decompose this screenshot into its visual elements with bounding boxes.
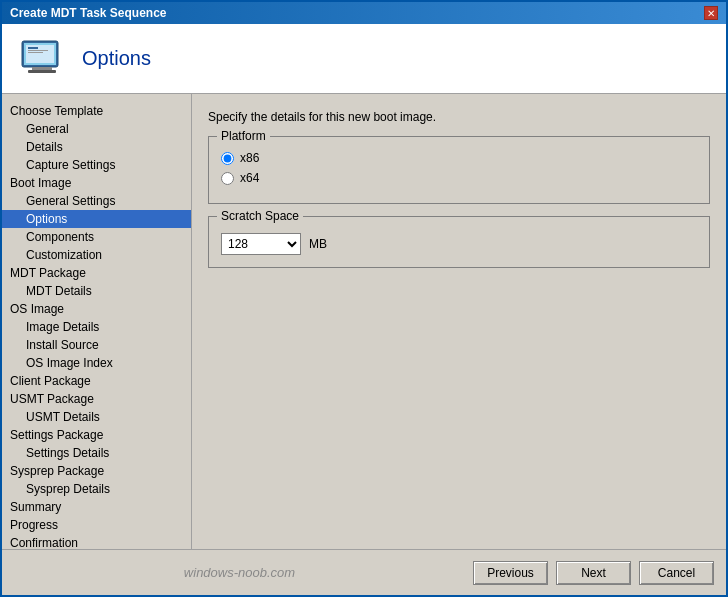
sidebar-item-client-package[interactable]: Client Package xyxy=(2,372,191,390)
scratch-legend: Scratch Space xyxy=(217,209,303,223)
cancel-button[interactable]: Cancel xyxy=(639,561,714,585)
sidebar-item-boot-image[interactable]: Boot Image xyxy=(2,174,191,192)
svg-rect-3 xyxy=(28,70,56,73)
scratch-row: 32 64 128 256 MB xyxy=(221,233,697,255)
page-title: Options xyxy=(82,47,151,70)
sidebar-item-choose-template[interactable]: Choose Template xyxy=(2,102,191,120)
sidebar-item-options[interactable]: Options xyxy=(2,210,191,228)
header: Options xyxy=(2,24,726,94)
platform-group: Platform x86 x64 xyxy=(208,136,710,204)
watermark: windows-noob.com xyxy=(14,565,465,580)
sidebar-item-os-image[interactable]: OS Image xyxy=(2,300,191,318)
window-title: Create MDT Task Sequence xyxy=(10,6,167,20)
sidebar-item-sysprep-details[interactable]: Sysprep Details xyxy=(2,480,191,498)
platform-x64-label: x64 xyxy=(240,171,259,185)
svg-rect-6 xyxy=(28,50,48,51)
sidebar-item-mdt-details[interactable]: MDT Details xyxy=(2,282,191,300)
sidebar-item-image-details[interactable]: Image Details xyxy=(2,318,191,336)
close-button[interactable]: ✕ xyxy=(704,6,718,20)
sidebar-item-settings-package[interactable]: Settings Package xyxy=(2,426,191,444)
header-icon xyxy=(18,35,66,83)
sidebar-item-os-image-index[interactable]: OS Image Index xyxy=(2,354,191,372)
svg-rect-7 xyxy=(28,52,43,53)
sidebar: Choose TemplateGeneralDetailsCapture Set… xyxy=(2,94,192,549)
sidebar-item-usmt-details[interactable]: USMT Details xyxy=(2,408,191,426)
content-area: Choose TemplateGeneralDetailsCapture Set… xyxy=(2,94,726,549)
next-button[interactable]: Next xyxy=(556,561,631,585)
sidebar-item-sysprep-package[interactable]: Sysprep Package xyxy=(2,462,191,480)
main-description: Specify the details for this new boot im… xyxy=(208,110,710,124)
sidebar-item-summary[interactable]: Summary xyxy=(2,498,191,516)
main-window: Create MDT Task Sequence ✕ Options Choos… xyxy=(0,0,728,597)
platform-x64-option: x64 xyxy=(221,171,697,185)
sidebar-item-install-source[interactable]: Install Source xyxy=(2,336,191,354)
platform-x86-radio[interactable] xyxy=(221,152,234,165)
sidebar-item-general[interactable]: General xyxy=(2,120,191,138)
scratch-dropdown[interactable]: 32 64 128 256 xyxy=(221,233,301,255)
platform-x86-option: x86 xyxy=(221,151,697,165)
sidebar-item-confirmation[interactable]: Confirmation xyxy=(2,534,191,549)
sidebar-item-progress[interactable]: Progress xyxy=(2,516,191,534)
previous-button[interactable]: Previous xyxy=(473,561,548,585)
scratch-unit: MB xyxy=(309,237,327,251)
sidebar-item-mdt-package[interactable]: MDT Package xyxy=(2,264,191,282)
platform-x64-radio[interactable] xyxy=(221,172,234,185)
title-bar: Create MDT Task Sequence ✕ xyxy=(2,2,726,24)
sidebar-item-usmt-package[interactable]: USMT Package xyxy=(2,390,191,408)
sidebar-item-capture-settings[interactable]: Capture Settings xyxy=(2,156,191,174)
sidebar-item-components[interactable]: Components xyxy=(2,228,191,246)
platform-x86-label: x86 xyxy=(240,151,259,165)
svg-rect-2 xyxy=(32,67,52,70)
sidebar-item-customization[interactable]: Customization xyxy=(2,246,191,264)
svg-rect-5 xyxy=(28,47,38,49)
main-panel: Specify the details for this new boot im… xyxy=(192,94,726,549)
footer: windows-noob.com Previous Next Cancel xyxy=(2,549,726,595)
sidebar-item-settings-details[interactable]: Settings Details xyxy=(2,444,191,462)
scratch-group: Scratch Space 32 64 128 256 MB xyxy=(208,216,710,268)
sidebar-item-details[interactable]: Details xyxy=(2,138,191,156)
sidebar-item-general-settings[interactable]: General Settings xyxy=(2,192,191,210)
platform-legend: Platform xyxy=(217,129,270,143)
